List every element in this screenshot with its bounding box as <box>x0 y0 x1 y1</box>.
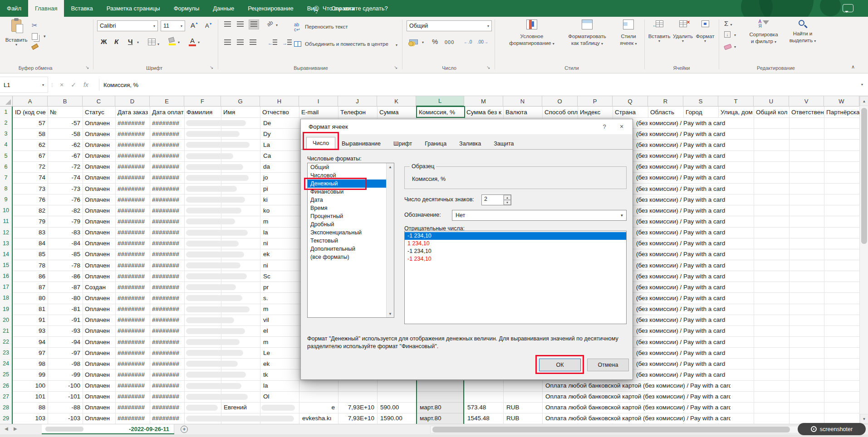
grid-cell[interactable]: (без комиссии) / Pay with a card <box>634 369 731 379</box>
grid-cell[interactable]: 7,93E+10 <box>339 413 376 423</box>
grid-cell[interactable]: (без комиссии) / Pay with a card <box>634 337 731 347</box>
grid-cell[interactable]: ######## <box>150 205 184 215</box>
grid-cell[interactable]: (без комиссии) / Pay with a card <box>634 348 731 358</box>
column-header-U[interactable]: U <box>754 96 789 107</box>
grid-cell[interactable]: -86 <box>48 271 82 281</box>
comma-style-button[interactable]: 000 <box>445 39 454 45</box>
grid-cell[interactable]: 99 <box>13 369 47 379</box>
grid-cell[interactable]: Оплачен <box>83 403 115 413</box>
grid-cell[interactable]: (без комиссии) / Pay with a card <box>634 293 731 303</box>
grid-cell[interactable]: ######## <box>116 118 149 128</box>
grid-cell[interactable]: m <box>261 216 298 226</box>
row-number-23[interactable]: 23 <box>0 347 12 358</box>
cell-C1[interactable]: Статус <box>83 107 115 117</box>
align-center-button[interactable] <box>237 39 244 46</box>
grid-cell[interactable]: ######## <box>116 271 149 281</box>
dialog-tab-Выравнивание[interactable]: Выравнивание <box>335 138 387 150</box>
borders-button[interactable]: ▾ <box>148 39 159 46</box>
column-header-T[interactable]: T <box>718 96 754 107</box>
name-box[interactable]: L1 ▾ <box>0 77 48 93</box>
grid-cell[interactable]: ######## <box>116 326 149 336</box>
number-format-combo[interactable]: Общий▾ <box>407 20 492 31</box>
grid-cell[interactable]: vil <box>261 315 298 325</box>
grid-cell[interactable]: 1590.00 <box>378 413 415 423</box>
grid-cell[interactable]: Оплачен <box>83 369 115 379</box>
grid-cell[interactable]: ######## <box>150 118 184 128</box>
grid-cell[interactable]: RUB <box>505 413 541 423</box>
grid-cell[interactable]: 58 <box>13 129 47 139</box>
grid-cell[interactable]: 93 <box>13 326 47 336</box>
grid-cell[interactable]: ######## <box>150 151 184 161</box>
grid-cell[interactable]: 76 <box>13 194 47 204</box>
grid-cell[interactable]: 86 <box>13 271 47 281</box>
row-number-3[interactable]: 3 <box>0 128 12 139</box>
grid-cell[interactable]: Le <box>261 348 298 358</box>
grid-cell[interactable]: -99 <box>48 369 82 379</box>
format-option-Дробный[interactable]: Дробный <box>308 220 386 228</box>
grid-cell[interactable]: ######## <box>150 392 184 402</box>
grid-cell[interactable]: ek <box>261 359 298 369</box>
grid-cell[interactable]: -84 <box>48 238 82 248</box>
grid-cell[interactable]: (без комиссии) / Pay with a card <box>634 315 731 325</box>
grid-cell[interactable]: ######## <box>116 413 149 423</box>
grid-cell[interactable]: Оплачен <box>83 413 115 423</box>
cell-D1[interactable]: Дата заказ <box>116 107 150 117</box>
sheet-prev-icon[interactable]: ◀ <box>5 426 8 431</box>
column-header-S[interactable]: S <box>683 96 718 107</box>
grid-cell[interactable]: 88 <box>13 403 47 413</box>
grid-cell[interactable]: Оплачен <box>83 151 115 161</box>
tab-Разметка страницы[interactable]: Разметка страницы <box>100 0 167 17</box>
grid-cell[interactable]: ######## <box>150 162 184 172</box>
grid-cell[interactable]: е <box>300 403 337 413</box>
grid-cell[interactable]: ######## <box>116 129 149 139</box>
row-number-12[interactable]: 12 <box>0 227 12 238</box>
grid-cell[interactable]: 85 <box>13 249 47 259</box>
grid-cell[interactable]: ######## <box>116 369 149 379</box>
grid-cell[interactable]: (без комиссии) / Pay with a card <box>634 260 731 270</box>
column-header-V[interactable]: V <box>789 96 824 107</box>
clear-dropdown[interactable]: ▾ <box>734 45 736 49</box>
formula-bar-expand[interactable]: ▾ <box>861 83 863 87</box>
column-header-R[interactable]: R <box>648 96 683 107</box>
name-box-dropdown[interactable]: ▾ <box>42 83 44 87</box>
grid-cell[interactable]: 73 <box>13 184 47 194</box>
grid-cell[interactable]: ######## <box>116 403 149 413</box>
scroll-down-icon[interactable]: ▼ <box>860 414 868 424</box>
grid-cell[interactable]: 81 <box>13 304 47 314</box>
grid-cell[interactable]: -94 <box>48 337 82 347</box>
row-number-7[interactable]: 7 <box>0 172 12 183</box>
grid-cell[interactable]: 62 <box>13 140 47 150</box>
new-sheet-button[interactable]: + <box>181 426 188 433</box>
grid-cell[interactable]: Оплачен <box>83 162 115 172</box>
spin-down-icon[interactable]: ▼ <box>504 200 511 205</box>
grid-cell[interactable]: ######## <box>150 249 184 259</box>
grid-cell[interactable]: ######## <box>116 140 149 150</box>
grid-cell[interactable]: ######## <box>150 337 184 347</box>
row-number-8[interactable]: 8 <box>0 183 12 194</box>
grid-cell[interactable]: ######## <box>116 162 149 172</box>
grid-cell[interactable]: Ca <box>261 151 298 161</box>
sheet-next-icon[interactable]: ▶ <box>14 426 17 431</box>
copy-dropdown[interactable]: ▾ <box>44 34 46 39</box>
negative-format-option[interactable]: -1 234,10 <box>405 255 626 263</box>
format-option-Текстовый[interactable]: Текстовый <box>308 237 386 245</box>
row-number-17[interactable]: 17 <box>0 282 12 292</box>
grid-cell[interactable]: 1545.48 <box>466 413 502 423</box>
grid-cell[interactable]: Оплата любой банковской картой (без коми… <box>544 403 731 413</box>
combo-dropdown-icon[interactable]: ▼ <box>618 210 626 220</box>
row-number-29[interactable]: 29 <box>0 413 12 424</box>
grid-cell[interactable]: ######## <box>116 381 149 391</box>
column-header-J[interactable]: J <box>338 96 377 107</box>
grid-cell[interactable]: ek <box>261 249 298 259</box>
grid-cell[interactable]: ######## <box>116 293 149 303</box>
align-right-button[interactable] <box>250 39 256 46</box>
grid-cell[interactable]: ######## <box>116 282 149 292</box>
grid-cell[interactable]: ######## <box>116 304 149 314</box>
grid-cell[interactable]: Оплачен <box>83 184 115 194</box>
cell-E1[interactable]: Дата оплат <box>150 107 184 117</box>
grid-cell[interactable]: ######## <box>150 173 184 183</box>
scroll-up-icon[interactable]: ▲ <box>387 163 394 170</box>
negative-format-option[interactable]: -1 234,10 <box>405 248 626 255</box>
grid-cell[interactable]: -72 <box>48 162 82 172</box>
grid-cell[interactable]: Оплачен <box>83 129 115 139</box>
